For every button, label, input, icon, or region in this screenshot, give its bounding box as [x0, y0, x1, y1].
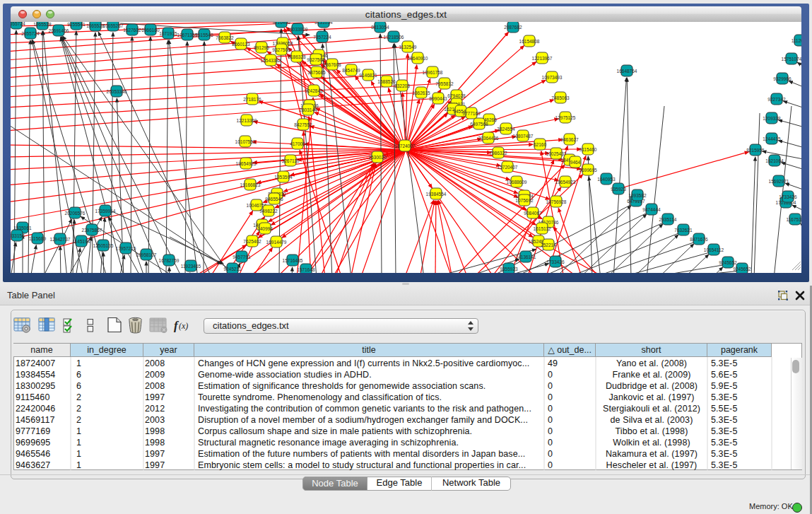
svg-text:140994: 140994 — [257, 226, 273, 231]
svg-text:10654112: 10654112 — [704, 247, 724, 252]
svg-text:16648764: 16648764 — [617, 69, 637, 74]
svg-text:1244415: 1244415 — [763, 136, 781, 141]
svg-text:1115689: 1115689 — [29, 236, 47, 241]
svg-text:7625402: 7625402 — [243, 239, 261, 244]
svg-text:2087682: 2087682 — [504, 25, 522, 30]
svg-text:1527602: 1527602 — [123, 28, 141, 33]
svg-text:10807487: 10807487 — [513, 134, 534, 139]
svg-text:1588520: 1588520 — [377, 79, 396, 84]
svg-text:2935114: 2935114 — [659, 217, 677, 222]
svg-text:19166823: 19166823 — [240, 182, 261, 187]
svg-text:15716485: 15716485 — [283, 258, 303, 263]
svg-text:20364436: 20364436 — [478, 136, 499, 141]
svg-text:1615112: 1615112 — [534, 226, 551, 231]
svg-text:15751074: 15751074 — [782, 57, 801, 62]
svg-text:9498222: 9498222 — [259, 209, 278, 214]
svg-text:10688609: 10688609 — [507, 180, 527, 185]
svg-text:9227342: 9227342 — [767, 97, 786, 102]
svg-text:2803144: 2803144 — [299, 107, 317, 112]
svg-text:935923: 935923 — [611, 187, 626, 192]
svg-text:16033809: 16033809 — [288, 27, 308, 32]
svg-text:17359914: 17359914 — [95, 209, 116, 214]
svg-text:9777169: 9777169 — [462, 111, 481, 116]
svg-text:9355923: 9355923 — [500, 267, 518, 271]
svg-text:1167533: 1167533 — [787, 217, 801, 222]
svg-text:9245211: 9245211 — [224, 267, 242, 271]
svg-text:2055724: 2055724 — [21, 31, 40, 36]
svg-text:1132549: 1132549 — [399, 45, 417, 49]
svg-text:20206576: 20206576 — [65, 211, 86, 216]
svg-text:6794028: 6794028 — [447, 93, 466, 98]
svg-text:12213369: 12213369 — [237, 118, 257, 123]
svg-text:3875685: 3875685 — [307, 70, 326, 75]
svg-text:9155541: 9155541 — [67, 22, 86, 27]
svg-text:16782759: 16782759 — [159, 258, 180, 263]
svg-text:6497568: 6497568 — [470, 122, 488, 127]
svg-text:1571648: 1571648 — [297, 267, 315, 272]
svg-text:9699695: 9699695 — [579, 168, 597, 173]
svg-text:9457791: 9457791 — [233, 255, 251, 259]
svg-text:8131054: 8131054 — [314, 22, 333, 25]
svg-text:1071915: 1071915 — [159, 31, 177, 36]
svg-text:8660123: 8660123 — [232, 42, 250, 47]
svg-text:7485063: 7485063 — [551, 95, 570, 100]
svg-text:9329966: 9329966 — [773, 76, 792, 81]
svg-text:7955812: 7955812 — [435, 81, 454, 86]
svg-text:23975867: 23975867 — [82, 228, 102, 233]
svg-text:933154: 933154 — [11, 233, 25, 238]
svg-text:9115460: 9115460 — [579, 147, 597, 152]
svg-text:9464: 9464 — [570, 160, 581, 165]
svg-text:2055724: 2055724 — [11, 22, 25, 26]
svg-text:14136141: 14136141 — [516, 255, 536, 259]
svg-text:8990443: 8990443 — [429, 96, 447, 101]
svg-text:10025433: 10025433 — [546, 151, 567, 156]
svg-text:832203: 832203 — [394, 83, 410, 88]
svg-text:17957215: 17957215 — [116, 246, 136, 251]
svg-text:1733426: 1733426 — [779, 194, 797, 199]
svg-text:1621064: 1621064 — [765, 158, 784, 163]
svg-text:1065528: 1065528 — [86, 23, 105, 28]
svg-text:19218506: 19218506 — [384, 35, 404, 40]
svg-text:1353594: 1353594 — [274, 175, 293, 180]
svg-text:15692971: 15692971 — [769, 179, 789, 184]
svg-text:417006: 417006 — [290, 141, 305, 146]
svg-text:12505135: 12505135 — [93, 243, 114, 248]
svg-text:19654923: 19654923 — [555, 180, 576, 185]
svg-text:9327508: 9327508 — [307, 57, 325, 62]
svg-text:10973493: 10973493 — [542, 75, 563, 80]
svg-text:19384554: 19384554 — [426, 192, 447, 197]
svg-text:7632621: 7632621 — [674, 228, 693, 233]
svg-text:9216406: 9216406 — [272, 22, 290, 25]
svg-text:1075692: 1075692 — [515, 198, 534, 203]
svg-text:62160: 62160 — [534, 142, 546, 147]
svg-text:8813054: 8813054 — [371, 25, 389, 30]
svg-text:6966160: 6966160 — [141, 28, 160, 33]
svg-text:7515546: 7515546 — [195, 33, 213, 37]
svg-text:10756928: 10756928 — [546, 199, 567, 204]
svg-text:10655287: 10655287 — [103, 23, 124, 28]
svg-text:12975125: 12975125 — [555, 115, 576, 120]
svg-text:18724007: 18724007 — [395, 144, 416, 148]
svg-text:7986322: 7986322 — [489, 151, 507, 156]
svg-text:1065528: 1065528 — [33, 22, 52, 27]
svg-text:16914479: 16914479 — [266, 240, 287, 245]
svg-text:8427552: 8427552 — [294, 122, 312, 127]
svg-text:15720407: 15720407 — [498, 165, 518, 170]
svg-text:20691406: 20691406 — [49, 28, 69, 33]
svg-text:9146821: 9146821 — [359, 73, 377, 78]
svg-text:10961758: 10961758 — [423, 70, 443, 75]
svg-text:10958107: 10958107 — [136, 252, 157, 257]
svg-text:252214: 252214 — [541, 243, 556, 247]
svg-text:2530020: 2530020 — [368, 155, 387, 160]
svg-text:20053346: 20053346 — [107, 89, 127, 94]
svg-text:1209338: 1209338 — [763, 116, 781, 121]
svg-text:9327506: 9327506 — [272, 47, 290, 52]
svg-text:(x): (x) — [179, 321, 188, 331]
svg-text:12213967: 12213967 — [532, 56, 553, 61]
svg-text:9465546: 9465546 — [265, 197, 283, 201]
svg-text:1112049: 1112049 — [792, 38, 801, 43]
svg-text:11923465: 11923465 — [181, 264, 201, 269]
svg-text:9084067: 9084067 — [524, 211, 542, 216]
svg-text:1093582: 1093582 — [628, 193, 647, 198]
svg-text:8454749: 8454749 — [342, 68, 360, 73]
